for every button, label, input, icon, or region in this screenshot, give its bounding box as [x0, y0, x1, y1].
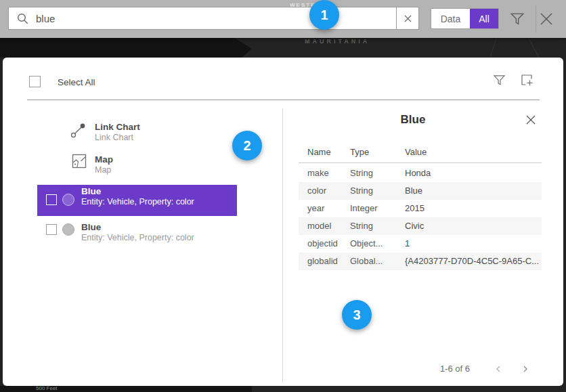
table-row: model String Civic [299, 217, 542, 235]
search-icon [9, 13, 36, 24]
table-row: color String Blue [299, 182, 542, 200]
search-results-panel: Select All Link Chart Link Chart Map Map… [3, 58, 563, 386]
map-border-line [528, 38, 540, 58]
entity-dot-icon [62, 194, 74, 206]
list-item-map-subtitle: Map [95, 165, 111, 175]
cell-name: objectid [307, 235, 338, 253]
cell-type: Global... [350, 253, 383, 270]
search-input[interactable]: blue [8, 7, 419, 30]
filter-icon[interactable] [510, 12, 525, 29]
list-item-blue-selected-subtitle: Entity: Vehicle, Property: color [81, 197, 194, 206]
list-item-blue-title[interactable]: Blue [81, 222, 101, 232]
cell-type: Integer [350, 200, 377, 217]
map-label-mauritania: MAURITANIA [305, 38, 370, 45]
panel-split-divider [282, 108, 283, 383]
cell-type: Object... [350, 235, 383, 253]
search-scope-toggle: Data All [431, 8, 499, 29]
map-land-region [0, 38, 252, 58]
callout-3-badge: 3 [342, 300, 372, 330]
attribute-table: make String Honda color String Blue year… [299, 165, 542, 270]
map-scale-text: 500 Feet [36, 385, 58, 391]
panel-header-divider [27, 100, 540, 100]
close-search-icon[interactable] [538, 11, 554, 30]
add-to-selection-icon[interactable] [520, 73, 534, 89]
column-header-value: Value [405, 147, 427, 157]
callout-2-badge: 2 [232, 131, 262, 160]
pagination-label: 1-6 of 6 [380, 364, 470, 374]
table-row: objectid Object... 1 [299, 235, 542, 253]
cell-type: String [350, 165, 373, 182]
detail-close-icon[interactable] [525, 114, 536, 128]
results-filter-icon[interactable] [493, 74, 506, 89]
list-item-link-chart-subtitle: Link Chart [95, 133, 133, 142]
list-item-link-chart-title[interactable]: Link Chart [95, 122, 140, 132]
cell-name: make [307, 165, 329, 182]
map-icon [72, 154, 87, 171]
attribute-table-header: Name Type Value [299, 147, 542, 160]
cell-name: year [307, 200, 324, 217]
entity-dot-icon [62, 223, 74, 236]
toggle-all-option[interactable]: All [470, 9, 498, 28]
clear-search-button[interactable] [396, 7, 418, 29]
table-header-divider [299, 162, 542, 163]
cell-value: Blue [405, 182, 422, 200]
app-window: MAURITANIA 500 Feet WESTER blue Data All… [0, 0, 566, 392]
cell-value: Honda [405, 165, 431, 182]
cell-name: color [307, 182, 326, 200]
blue-checkbox[interactable] [46, 224, 57, 235]
search-value: blue [36, 13, 55, 24]
detail-title: Blue [284, 113, 542, 127]
map-border-line [489, 37, 497, 60]
list-item-map-title[interactable]: Map [95, 154, 113, 165]
cell-value: 1 [405, 235, 410, 253]
cell-type: String [350, 217, 373, 235]
cell-name: globalid [307, 253, 338, 270]
select-all-label: Select All [58, 77, 95, 87]
table-row: year Integer 2015 [299, 200, 542, 217]
blue-selected-checkbox[interactable] [46, 194, 57, 205]
cell-value: 2015 [405, 200, 424, 217]
cell-type: String [350, 182, 373, 200]
list-item-blue-subtitle: Entity: Vehicle, Property: color [81, 233, 194, 242]
select-all-checkbox[interactable] [29, 76, 41, 87]
cell-value: {A4203777-D70D-4C5C-9A65-C... [405, 253, 539, 270]
column-header-name: Name [307, 147, 331, 157]
toolbar-divider [536, 5, 536, 32]
table-row: make String Honda [299, 165, 542, 182]
callout-1-badge: 1 [309, 0, 339, 30]
list-item-blue-selected-title[interactable]: Blue [81, 186, 101, 196]
cell-name: model [307, 217, 331, 235]
column-header-type: Type [350, 147, 369, 157]
toggle-data-option[interactable]: Data [431, 9, 470, 28]
search-toolbar: WESTER blue Data All [0, 0, 566, 38]
table-row: globalid Global... {A4203777-D70D-4C5C-9… [299, 253, 542, 270]
cell-value: Civic [405, 217, 424, 235]
pagination-next-icon[interactable] [521, 364, 529, 376]
link-chart-icon [70, 121, 87, 141]
pagination-previous-icon[interactable] [494, 364, 502, 376]
